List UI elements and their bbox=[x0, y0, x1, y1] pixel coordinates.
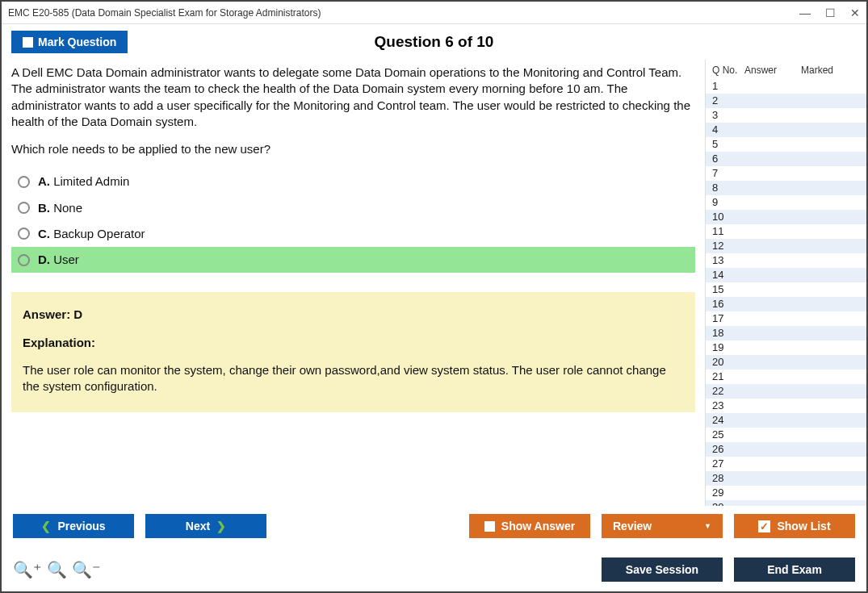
explanation-label: Explanation: bbox=[23, 335, 684, 351]
mark-question-button[interactable]: Mark Question bbox=[11, 31, 128, 53]
sidebar-row[interactable]: 10 bbox=[706, 210, 866, 224]
sidebar-row[interactable]: 6 bbox=[706, 152, 866, 166]
row-qno: 3 bbox=[712, 109, 744, 122]
minimize-icon[interactable]: — bbox=[799, 7, 811, 19]
save-session-button[interactable]: Save Session bbox=[602, 558, 723, 582]
titlebar: EMC E20-585 (Data Domain Specialist Exam… bbox=[2, 2, 866, 24]
end-exam-button[interactable]: End Exam bbox=[734, 558, 855, 582]
sidebar-row[interactable]: 22 bbox=[706, 384, 866, 399]
sidebar-row[interactable]: 16 bbox=[706, 297, 866, 311]
option-label: A. Limited Admin bbox=[38, 173, 129, 190]
row-qno: 26 bbox=[712, 443, 744, 456]
show-answer-button[interactable]: Show Answer bbox=[469, 514, 590, 538]
sidebar-row[interactable]: 14 bbox=[706, 268, 866, 282]
row-qno: 20 bbox=[712, 356, 744, 369]
zoom-controls: 🔍⁺ 🔍 🔍⁻ bbox=[13, 560, 101, 579]
row-qno: 28 bbox=[712, 472, 744, 485]
previous-button[interactable]: ❮ Previous bbox=[13, 514, 134, 538]
option-c[interactable]: C. Backup Operator bbox=[11, 221, 695, 247]
review-dropdown[interactable]: Review ▼ bbox=[602, 514, 723, 538]
option-d[interactable]: D. User bbox=[11, 247, 695, 273]
sidebar-row[interactable]: 28 bbox=[706, 471, 866, 486]
radio-icon bbox=[18, 228, 30, 240]
row-qno: 1 bbox=[712, 80, 744, 93]
sidebar-row[interactable]: 23 bbox=[706, 399, 866, 413]
col-marked: Marked bbox=[801, 65, 863, 76]
row-qno: 12 bbox=[712, 240, 744, 253]
sidebar-row[interactable]: 12 bbox=[706, 239, 866, 253]
review-label: Review bbox=[613, 520, 652, 532]
radio-icon bbox=[18, 202, 30, 214]
sidebar-row[interactable]: 19 bbox=[706, 340, 866, 355]
row-qno: 19 bbox=[712, 341, 744, 354]
sidebar-row[interactable]: 18 bbox=[706, 326, 866, 340]
question-list-sidebar: Q No. Answer Marked 12345678910111213141… bbox=[705, 60, 866, 506]
zoom-reset-icon[interactable]: 🔍 bbox=[47, 560, 67, 579]
option-b[interactable]: B. None bbox=[11, 195, 695, 221]
sidebar-row[interactable]: 17 bbox=[706, 311, 866, 326]
sidebar-row[interactable]: 13 bbox=[706, 253, 866, 268]
sidebar-row[interactable]: 24 bbox=[706, 413, 866, 428]
toolbar: Mark Question Question 6 of 10 bbox=[2, 24, 866, 60]
zoom-out-icon[interactable]: 🔍⁻ bbox=[72, 560, 101, 579]
sidebar-row[interactable]: 20 bbox=[706, 355, 866, 370]
row-qno: 23 bbox=[712, 399, 744, 412]
radio-icon bbox=[18, 176, 30, 188]
sidebar-header: Q No. Answer Marked bbox=[706, 60, 866, 79]
sidebar-row[interactable]: 4 bbox=[706, 123, 866, 137]
row-qno: 17 bbox=[712, 312, 744, 325]
checkbox-icon bbox=[484, 521, 495, 532]
row-qno: 15 bbox=[712, 283, 744, 296]
triangle-down-icon: ▼ bbox=[704, 522, 711, 530]
sidebar-row[interactable]: 5 bbox=[706, 137, 866, 152]
answer-box: Answer: D Explanation: The user role can… bbox=[11, 292, 695, 412]
question-paragraph-1: A Dell EMC Data Domain administrator wan… bbox=[11, 65, 695, 130]
radio-icon bbox=[18, 254, 30, 266]
sidebar-row[interactable]: 27 bbox=[706, 457, 866, 471]
row-qno: 16 bbox=[712, 298, 744, 311]
sidebar-row[interactable]: 25 bbox=[706, 428, 866, 442]
sidebar-row[interactable]: 21 bbox=[706, 370, 866, 384]
app-window: EMC E20-585 (Data Domain Specialist Exam… bbox=[0, 0, 868, 593]
mark-question-label: Mark Question bbox=[38, 35, 116, 48]
end-exam-label: End Exam bbox=[767, 563, 822, 576]
row-qno: 25 bbox=[712, 428, 744, 441]
show-list-button[interactable]: ✓ Show List bbox=[734, 514, 855, 538]
row-qno: 10 bbox=[712, 211, 744, 223]
option-a[interactable]: A. Limited Admin bbox=[11, 169, 695, 194]
sidebar-row[interactable]: 30 bbox=[706, 500, 866, 506]
maximize-icon[interactable]: ☐ bbox=[825, 7, 836, 19]
sidebar-row[interactable]: 2 bbox=[706, 94, 866, 108]
options-list: A. Limited AdminB. NoneC. Backup Operato… bbox=[11, 169, 695, 273]
row-qno: 5 bbox=[712, 138, 744, 151]
sidebar-row[interactable]: 11 bbox=[706, 224, 866, 239]
next-label: Next bbox=[186, 520, 210, 532]
question-paragraph-2: Which role needs to be applied to the ne… bbox=[11, 141, 695, 157]
row-qno: 21 bbox=[712, 370, 744, 383]
sidebar-row[interactable]: 3 bbox=[706, 108, 866, 123]
sidebar-row[interactable]: 29 bbox=[706, 486, 866, 500]
zoom-in-icon[interactable]: 🔍⁺ bbox=[13, 560, 42, 579]
row-qno: 8 bbox=[712, 182, 744, 194]
option-label: D. User bbox=[38, 252, 79, 268]
sidebar-row[interactable]: 7 bbox=[706, 166, 866, 181]
option-label: B. None bbox=[38, 200, 82, 216]
row-qno: 13 bbox=[712, 254, 744, 267]
sidebar-row[interactable]: 26 bbox=[706, 442, 866, 457]
chevron-right-icon: ❯ bbox=[216, 520, 226, 532]
previous-label: Previous bbox=[57, 520, 105, 532]
chevron-left-icon: ❮ bbox=[41, 520, 51, 532]
checkbox-icon bbox=[23, 37, 33, 48]
next-button[interactable]: Next ❯ bbox=[145, 514, 266, 538]
sidebar-rows[interactable]: 1234567891011121314151617181920212223242… bbox=[706, 79, 866, 506]
sidebar-row[interactable]: 1 bbox=[706, 79, 866, 94]
sidebar-row[interactable]: 15 bbox=[706, 282, 866, 297]
answer-label: Answer: D bbox=[23, 307, 684, 323]
row-qno: 2 bbox=[712, 94, 744, 107]
sidebar-row[interactable]: 9 bbox=[706, 195, 866, 210]
question-panel: A Dell EMC Data Domain administrator wan… bbox=[2, 60, 705, 506]
close-icon[interactable]: ✕ bbox=[850, 7, 860, 19]
option-label: C. Backup Operator bbox=[38, 226, 145, 242]
content-area: A Dell EMC Data Domain administrator wan… bbox=[2, 60, 866, 506]
sidebar-row[interactable]: 8 bbox=[706, 181, 866, 195]
